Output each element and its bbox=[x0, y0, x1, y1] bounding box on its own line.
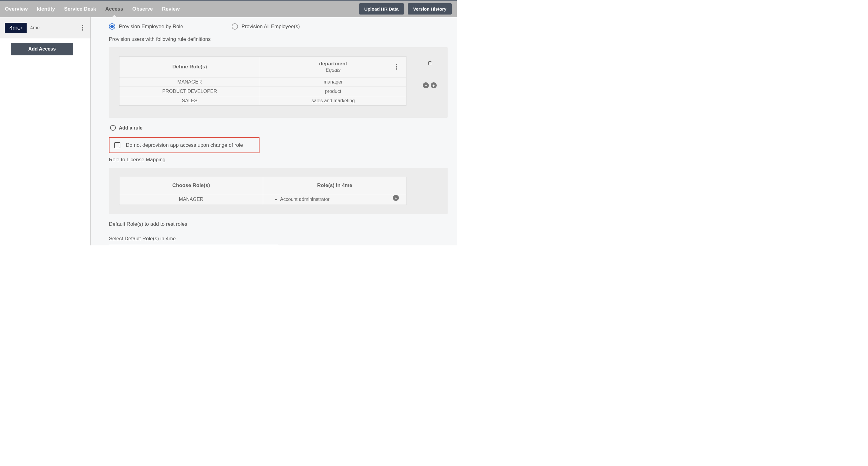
app-logo: 4me® bbox=[5, 23, 27, 33]
role-cell: MANAGER bbox=[120, 78, 260, 87]
table-row: MANAGER Account admininstrator bbox=[120, 194, 406, 205]
main-content: Provision Employee by Role Provision All… bbox=[91, 17, 457, 245]
license-mapping-heading: Role to License Mapping bbox=[109, 157, 447, 163]
license-mapping-card: Choose Role(s) Role(s) in 4me MANAGER Ac… bbox=[109, 168, 447, 214]
upload-hr-data-button[interactable]: Upload HR Data bbox=[359, 3, 404, 14]
role-cell: SALES bbox=[120, 96, 260, 105]
radio-label: Provision Employee by Role bbox=[119, 24, 183, 30]
tab-observe[interactable]: Observe bbox=[132, 1, 153, 17]
deprovision-checkbox[interactable] bbox=[114, 142, 120, 148]
app-name-label: 4me bbox=[30, 25, 40, 31]
license-mapping-table: Choose Role(s) Role(s) in 4me MANAGER Ac… bbox=[119, 177, 406, 205]
rules-col-department: department Equals bbox=[260, 57, 406, 77]
rules-table: Define Role(s) department Equals MANAGER… bbox=[119, 56, 406, 106]
radio-icon bbox=[232, 23, 238, 30]
add-rule-button[interactable]: + Add a rule bbox=[110, 125, 447, 131]
dept-cell: manager bbox=[260, 78, 406, 87]
tab-access[interactable]: Access bbox=[105, 1, 123, 17]
mapping-role-cell: MANAGER bbox=[120, 194, 263, 205]
tab-service-desk[interactable]: Service Desk bbox=[64, 1, 96, 17]
remove-row-icon[interactable]: − bbox=[423, 82, 429, 88]
deprovision-highlight-box: Do not deprovision app access upon chang… bbox=[109, 137, 259, 153]
rules-col-define-roles: Define Role(s) bbox=[120, 57, 260, 77]
deprovision-label: Do not deprovision app access upon chang… bbox=[126, 142, 243, 148]
mapping-col-choose-roles: Choose Role(s) bbox=[120, 177, 263, 194]
sidebar: 4me® 4me Add Access bbox=[0, 17, 91, 245]
dept-cell: product bbox=[260, 87, 406, 96]
column-menu-icon[interactable] bbox=[396, 64, 397, 69]
default-roles-select[interactable] bbox=[109, 245, 278, 245]
nav-tabs: Overview Identity Service Desk Access Ob… bbox=[5, 1, 180, 17]
table-row: SALES sales and marketing bbox=[120, 96, 406, 105]
default-roles-heading: Default Role(s) to add to rest roles bbox=[109, 221, 447, 227]
select-default-roles-label: Select Default Role(s) in 4me bbox=[109, 236, 447, 242]
tab-review[interactable]: Review bbox=[162, 1, 180, 17]
plus-icon: + bbox=[110, 125, 116, 131]
top-navbar: Overview Identity Service Desk Access Ob… bbox=[0, 1, 457, 17]
version-history-button[interactable]: Version History bbox=[408, 3, 452, 14]
add-access-button[interactable]: Add Access bbox=[11, 43, 73, 55]
table-row: MANAGER manager bbox=[120, 78, 406, 87]
rules-heading: Provision users with following rule defi… bbox=[109, 36, 447, 42]
tab-overview[interactable]: Overview bbox=[5, 1, 28, 17]
table-row: PRODUCT DEVELOPER product bbox=[120, 87, 406, 96]
mapping-col-roles-in-app: Role(s) in 4me bbox=[263, 177, 406, 194]
radio-provision-all[interactable]: Provision All Employee(s) bbox=[232, 23, 300, 30]
dept-cell: sales and marketing bbox=[260, 96, 406, 105]
add-mapping-row-icon[interactable]: + bbox=[393, 195, 399, 201]
rules-card: Define Role(s) department Equals MANAGER… bbox=[109, 47, 447, 118]
delete-rule-icon[interactable] bbox=[427, 60, 433, 67]
radio-icon bbox=[109, 23, 115, 30]
tab-identity[interactable]: Identity bbox=[37, 1, 55, 17]
radio-label: Provision All Employee(s) bbox=[242, 24, 300, 30]
radio-provision-by-role[interactable]: Provision Employee by Role bbox=[109, 23, 183, 30]
add-row-icon[interactable]: + bbox=[431, 82, 437, 88]
role-cell: PRODUCT DEVELOPER bbox=[120, 87, 260, 96]
app-row-menu-icon[interactable] bbox=[82, 25, 83, 31]
mapping-target-cell: Account admininstrator bbox=[263, 194, 406, 205]
sidebar-app-row[interactable]: 4me® 4me bbox=[0, 17, 90, 38]
